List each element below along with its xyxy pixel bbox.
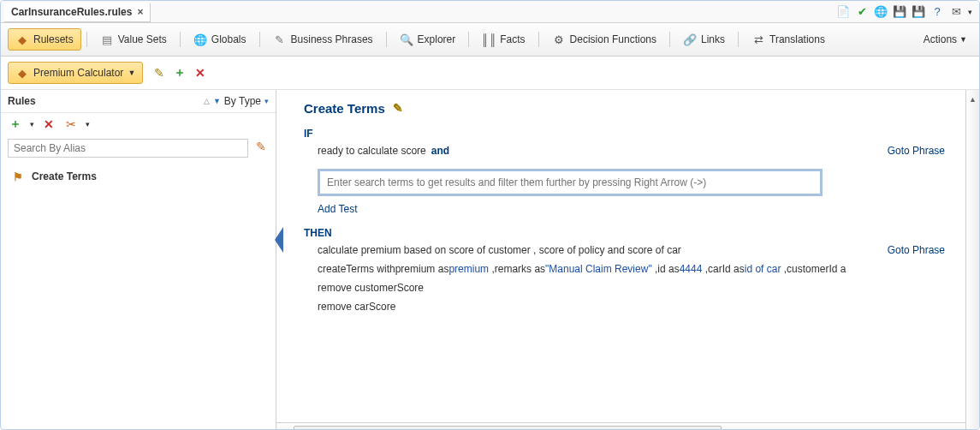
actions-label: Actions (924, 33, 957, 45)
list-icon: ▤ (100, 33, 114, 46)
tab-label: Translations (769, 33, 825, 45)
add-test-link[interactable]: Add Test (318, 203, 945, 215)
modules-bar: ◆ Rulesets ▤ Value Sets 🌐 Globals ✎ Busi… (1, 23, 979, 57)
if-condition-text[interactable]: ready to calculate score (318, 145, 426, 157)
tab-explorer[interactable]: 🔍 Explorer (392, 28, 464, 51)
actions-menu[interactable]: Actions ▼ (918, 31, 972, 48)
scroll-up-icon[interactable]: ▲ (969, 95, 977, 104)
chevron-down-icon[interactable]: ▾ (86, 120, 90, 128)
add-icon[interactable]: ＋ (8, 116, 23, 132)
sort-label: By Type (224, 95, 261, 107)
divider (468, 32, 469, 47)
text: ,customerId a (781, 263, 846, 275)
save-icon[interactable]: 💾 (893, 5, 906, 19)
value-carid: id of car (745, 263, 781, 275)
goto-phrase-link[interactable]: Goto Phrase (888, 145, 945, 157)
and-keyword[interactable]: and (431, 145, 449, 157)
tab-links[interactable]: 🔗 Links (675, 28, 733, 51)
divider (538, 32, 539, 47)
phrases-icon: ✎ (273, 33, 287, 46)
body: Rules △ ▼ By Type ▾ ＋ ▾ ✕ ✂ ▾ ✎ (1, 90, 979, 430)
delete-icon[interactable]: ✕ (193, 65, 208, 81)
close-icon[interactable]: × (137, 6, 143, 18)
translate-icon: ⇄ (751, 33, 765, 46)
rule-item[interactable]: ⚑ Create Terms (8, 166, 269, 187)
ruleset-dropdown[interactable]: ◆ Premium Calculator ▼ (8, 62, 143, 84)
rule-list: ⚑ Create Terms (1, 161, 276, 192)
value-id: 4444 (680, 263, 703, 275)
chevron-down-icon[interactable]: ▾ (968, 8, 972, 16)
saveall-icon[interactable]: 💾 (912, 5, 925, 19)
divider (386, 32, 387, 47)
text: createTerms withpremium as (318, 263, 448, 275)
horizontal-scrollbar[interactable] (276, 422, 965, 430)
then-text[interactable]: calculate premium based on score of cust… (318, 244, 681, 256)
rulesets-icon: ◆ (15, 33, 29, 46)
ruleset-tools: ✎ ＋ ✕ (151, 65, 208, 81)
top-icon-bar: 📄✔🌐💾💾?✉▾ (836, 1, 979, 22)
tab-facts[interactable]: ║║ Facts (474, 28, 532, 51)
ruleset-selected: Premium Calculator (33, 67, 123, 79)
then-line-3[interactable]: remove customerScore (318, 282, 945, 294)
scrollbar-thumb[interactable] (294, 426, 722, 431)
check-icon[interactable]: ✔ (855, 5, 869, 19)
tab-label: Business Phrases (291, 33, 373, 45)
file-tab[interactable]: CarInsuranceRules.rules × (4, 3, 151, 22)
globe-icon[interactable]: 🌐 (874, 5, 888, 19)
rules-tools: ＋ ▾ ✕ ✂ ▾ (1, 113, 276, 135)
then-label: THEN (304, 227, 945, 239)
file-tab-row: CarInsuranceRules.rules × 📄✔🌐💾💾?✉▾ (1, 1, 979, 23)
doc-icon[interactable]: 📄 (836, 5, 850, 19)
sort-up-icon: △ (204, 97, 210, 105)
delete-icon[interactable]: ✕ (41, 116, 56, 132)
tab-label: Facts (500, 33, 525, 45)
rules-panel: Rules △ ▼ By Type ▾ ＋ ▾ ✕ ✂ ▾ ✎ (1, 90, 276, 430)
search-icon: 🔍 (400, 33, 413, 46)
tab-label: Globals (211, 33, 246, 45)
help-icon[interactable]: ? (930, 5, 944, 19)
rule-icon: ⚑ (11, 170, 25, 183)
edit-icon[interactable]: ✎ (390, 100, 406, 116)
add-icon[interactable]: ＋ (172, 65, 187, 81)
then-line-4[interactable]: remove carScore (318, 301, 945, 313)
tab-valuesets[interactable]: ▤ Value Sets (92, 28, 175, 51)
ruleset-toolbar: ◆ Premium Calculator ▼ ✎ ＋ ✕ (1, 57, 979, 90)
divider (180, 32, 181, 47)
rule-editor: Create Terms ✎ IF ready to calculate sco… (276, 90, 979, 430)
rulesets-icon: ◆ (15, 66, 29, 80)
tab-label: Links (701, 33, 725, 45)
value-remarks: "Manual Claim Review" (545, 263, 652, 275)
vertical-scrollbar[interactable]: ▲ (965, 90, 979, 430)
edit-icon[interactable]: ✎ (151, 65, 167, 81)
globe-icon: 🌐 (193, 33, 207, 46)
rule-editor-scroll: Create Terms ✎ IF ready to calculate sco… (276, 90, 965, 430)
tab-label: Rulesets (33, 33, 74, 45)
text: ,carId as (702, 263, 744, 275)
cut-icon[interactable]: ✂ (63, 116, 79, 132)
tab-label: Explorer (418, 33, 456, 45)
tab-rulesets[interactable]: ◆ Rulesets (8, 28, 81, 51)
clear-search-icon[interactable]: ✎ (253, 139, 269, 154)
tab-translations[interactable]: ⇄ Translations (744, 28, 833, 51)
rules-header: Rules △ ▼ By Type ▾ (1, 90, 276, 113)
file-tab-title: CarInsuranceRules.rules (11, 6, 132, 18)
search-input[interactable] (8, 139, 248, 158)
rules-sort[interactable]: △ ▼ By Type ▾ (204, 95, 269, 107)
tab-globals[interactable]: 🌐 Globals (186, 28, 254, 51)
goto-phrase-link[interactable]: Goto Phrase (888, 244, 945, 256)
tab-business-phrases[interactable]: ✎ Business Phrases (265, 28, 381, 51)
text: ,id as (652, 263, 680, 275)
filter-input[interactable] (318, 169, 823, 196)
link-icon: 🔗 (683, 33, 697, 46)
sort-down-icon: ▼ (213, 97, 221, 105)
chevron-down-icon: ▼ (959, 35, 967, 44)
rules-title: Rules (8, 95, 36, 107)
rule-title: Create Terms ✎ (304, 100, 406, 116)
chevron-down-icon[interactable]: ▾ (30, 120, 34, 128)
rule-title-text: Create Terms (304, 101, 385, 116)
tab-decision-functions[interactable]: ⚙ Decision Functions (544, 28, 664, 51)
facts-icon: ║║ (482, 33, 496, 46)
if-condition-row: ready to calculate score and Goto Phrase (318, 145, 945, 157)
mail-icon[interactable]: ✉ (949, 5, 963, 19)
then-line-2[interactable]: createTerms withpremium aspremium ,remar… (318, 263, 945, 275)
